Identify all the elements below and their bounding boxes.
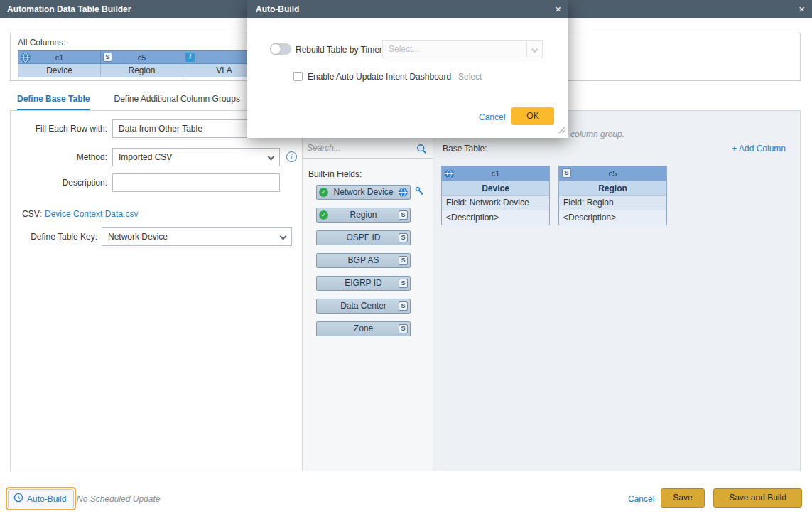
table-key-icon xyxy=(415,186,424,198)
toggle-knob xyxy=(271,44,281,54)
column-cell-region[interactable]: S c5 Region xyxy=(100,50,183,77)
table-key-label: Define Table Key: xyxy=(1,232,97,242)
field-chip-label: EIGRP ID xyxy=(345,278,381,288)
description-input[interactable] xyxy=(112,173,280,192)
auto-build-button[interactable]: Auto-Build xyxy=(8,489,74,508)
string-type-icon: S xyxy=(399,233,408,242)
field-chip-ospf-id[interactable]: OSPF ID S xyxy=(316,230,411,245)
device-globe-icon xyxy=(445,168,454,183)
device-globe-icon xyxy=(21,53,31,66)
string-type-icon: S xyxy=(399,301,408,311)
chevron-down-icon xyxy=(531,46,538,53)
method-value: Imported CSV xyxy=(119,149,172,166)
dropdown-split xyxy=(526,41,542,58)
chevron-down-icon xyxy=(268,154,275,161)
field-chip-bgp-as[interactable]: BGP AS S xyxy=(316,253,411,268)
add-column-link[interactable]: + Add Column xyxy=(732,144,786,154)
string-type-icon: S xyxy=(103,53,112,62)
check-icon: ✓ xyxy=(319,210,328,220)
rebuild-timer-toggle[interactable] xyxy=(270,43,291,55)
chevron-down-icon xyxy=(280,233,287,240)
string-type-icon: S xyxy=(399,256,408,265)
field-chip-data-center[interactable]: Data Center S xyxy=(316,299,411,314)
card-field-row: Field: Network Device xyxy=(442,195,549,210)
timer-select-placeholder: Select... xyxy=(389,41,419,58)
string-type-icon: S xyxy=(399,279,408,288)
csv-label: CSV: xyxy=(22,209,42,219)
save-and-build-button[interactable]: Save and Build xyxy=(713,488,802,508)
card-column-name: Region xyxy=(559,181,666,195)
field-chip-label: Region xyxy=(350,210,377,220)
modal-header: Auto-Build × xyxy=(247,0,568,18)
tab-define-additional-column-groups[interactable]: Define Additional Column Groups xyxy=(114,94,239,111)
card-column-id: c5 xyxy=(609,169,617,178)
field-chip-region[interactable]: ✓ Region S xyxy=(316,208,411,223)
card-header-c5: S c5 xyxy=(559,166,666,181)
dashboard-select-label[interactable]: Select xyxy=(458,72,482,82)
modal-title: Auto-Build xyxy=(256,0,299,18)
card-field-row: Field: Region xyxy=(559,195,666,210)
field-search-input[interactable] xyxy=(307,143,410,153)
base-table-form: Fill Each Row with: Data from Other Tabl… xyxy=(11,111,302,471)
field-chip-eigrp-id[interactable]: EIGRP ID S xyxy=(316,276,411,291)
string-type-icon: S xyxy=(562,168,571,178)
field-chip-label: Data Center xyxy=(340,301,386,311)
field-chip-label: BGP AS xyxy=(348,255,379,265)
base-column-card-device[interactable]: c1 Device Field: Network Device <Descrip… xyxy=(441,166,550,225)
field-chip-label: Network Device xyxy=(333,187,393,197)
resize-handle[interactable] xyxy=(558,126,566,136)
automation-data-table-builder-window: Automation Data Table Builder × All Colu… xyxy=(0,0,812,514)
auto-update-dashboard-checkbox[interactable] xyxy=(293,72,303,81)
fill-each-row-label: Fill Each Row with: xyxy=(11,124,107,134)
card-description-row[interactable]: <Description> xyxy=(442,210,549,225)
column-group-hint: column group. xyxy=(570,129,624,139)
rebuild-timer-label: Rebuild Table by Timer: xyxy=(296,45,384,55)
check-icon: ✓ xyxy=(319,188,328,197)
field-chip-zone[interactable]: Zone S xyxy=(316,321,411,336)
all-columns-strip: c1 Device S c5 Region i VLA xyxy=(18,50,265,77)
timer-select-dropdown[interactable]: Select... xyxy=(382,40,543,58)
built-in-fields-label: Built-in Fields: xyxy=(308,169,362,179)
tab-define-base-table[interactable]: Define Base Table xyxy=(17,94,90,111)
method-label: Method: xyxy=(11,152,107,162)
fields-panel: Built-in Fields: ✓ Network Device ✓ Regi… xyxy=(302,111,433,471)
auto-update-dashboard-label: Enable Auto Update Intent Dashboard xyxy=(308,72,451,82)
string-type-icon: S xyxy=(399,210,408,220)
card-header-c1: c1 xyxy=(442,166,549,181)
auto-build-modal: Auto-Build × Rebuild Table by Timer: Sel… xyxy=(247,0,568,138)
base-table-panel: column group. Base Table: + Add Column c… xyxy=(433,111,800,471)
base-column-card-region[interactable]: S c5 Region Field: Region <Description> xyxy=(558,166,667,225)
clock-icon xyxy=(13,493,23,505)
column-header-c1: c1 xyxy=(18,50,101,64)
modal-close-icon[interactable]: × xyxy=(555,0,561,18)
field-chip-label: Zone xyxy=(354,323,373,333)
footer-cancel-link[interactable]: Cancel xyxy=(628,494,654,504)
search-icon[interactable] xyxy=(416,144,427,156)
builder-tabs: Define Base Table Define Additional Colu… xyxy=(17,94,240,111)
modal-cancel-link[interactable]: Cancel xyxy=(479,112,505,122)
base-table-label: Base Table: xyxy=(443,144,487,154)
window-close-icon[interactable]: × xyxy=(799,0,805,18)
device-globe-icon xyxy=(399,188,408,201)
auto-build-focus-ring: Auto-Build xyxy=(6,487,76,510)
csv-file-link[interactable]: Device Context Data.csv xyxy=(45,209,138,219)
column-cell-device[interactable]: c1 Device xyxy=(18,50,100,77)
column-header-c5: S c5 xyxy=(100,50,183,64)
fill-each-row-value: Data from Other Table xyxy=(119,120,202,137)
define-table-key-dropdown[interactable]: Network Device xyxy=(102,227,292,246)
schedule-status-text: No Scheduled Update xyxy=(77,494,160,504)
card-description-row[interactable]: <Description> xyxy=(559,210,666,225)
modal-ok-button[interactable]: OK xyxy=(511,107,554,125)
column-id: c1 xyxy=(55,53,64,62)
column-name: Region xyxy=(100,64,183,77)
method-dropdown[interactable]: Imported CSV xyxy=(112,148,280,166)
all-columns-label: All Columns: xyxy=(18,38,65,48)
method-info-icon[interactable]: i xyxy=(286,151,297,162)
string-type-icon: S xyxy=(399,324,408,333)
auto-build-label: Auto-Build xyxy=(27,494,66,504)
table-key-value: Network Device xyxy=(108,228,168,245)
description-label: Description: xyxy=(11,178,107,188)
window-title: Automation Data Table Builder xyxy=(7,0,131,18)
field-chip-network-device[interactable]: ✓ Network Device xyxy=(316,185,411,200)
save-button[interactable]: Save xyxy=(661,488,705,508)
